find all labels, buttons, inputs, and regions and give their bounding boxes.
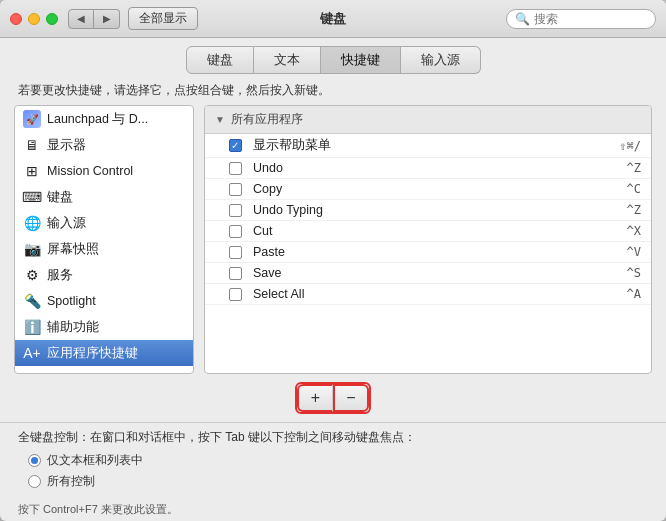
back-button[interactable]: ◀	[68, 9, 94, 29]
accessibility-icon: ℹ️	[23, 318, 41, 336]
tab-keyboard[interactable]: 键盘	[186, 46, 254, 74]
row-label-undo: Undo	[253, 161, 619, 175]
checkbox-cut-box[interactable]	[229, 225, 242, 238]
sidebar-item-service[interactable]: ⚙ 服务	[15, 262, 193, 288]
show-all-button[interactable]: 全部显示	[128, 7, 198, 30]
search-box: 🔍	[506, 9, 656, 29]
radio-item-text-lists[interactable]: 仅文本框和列表中	[28, 452, 648, 469]
row-label-show-help: 显示帮助菜单	[253, 137, 611, 154]
nav-buttons: ◀ ▶	[68, 9, 120, 29]
checkbox-copy[interactable]	[225, 183, 245, 196]
sidebar-item-inputsource[interactable]: 🌐 输入源	[15, 210, 193, 236]
close-button[interactable]	[10, 13, 22, 25]
checkbox-undo-typing-box[interactable]	[229, 204, 242, 217]
table-row: Cut ^X	[205, 221, 651, 242]
tab-text[interactable]: 文本	[254, 46, 321, 74]
sidebar-label-launchpad: Launchpad 与 D...	[47, 111, 148, 128]
sidebar-item-screenshot[interactable]: 📷 屏幕快照	[15, 236, 193, 262]
row-shortcut-select-all: ^A	[627, 287, 641, 301]
row-label-undo-typing: Undo Typing	[253, 203, 619, 217]
tab-input[interactable]: 输入源	[401, 46, 481, 74]
bottom-section-title: 全键盘控制：在窗口和对话框中，按下 Tab 键以下控制之间移动键盘焦点：	[18, 429, 648, 446]
radio-label-all-controls: 所有控制	[47, 473, 95, 490]
sidebar-label-spotlight: Spotlight	[47, 294, 96, 308]
right-panel-title: 所有应用程序	[231, 111, 303, 128]
radio-all-controls[interactable]	[28, 475, 41, 488]
sidebar-item-accessibility[interactable]: ℹ️ 辅助功能	[15, 314, 193, 340]
left-panel: 🚀 Launchpad 与 D... 🖥 显示器 ⊞ Mission Contr…	[14, 105, 194, 374]
radio-item-all-controls[interactable]: 所有控制	[28, 473, 648, 490]
right-panel-header: ▼ 所有应用程序	[205, 106, 651, 134]
checkbox-undo-typing[interactable]	[225, 204, 245, 217]
footer-note: 按下 Control+F7 来更改此设置。	[0, 498, 666, 521]
sidebar-label-screenshot: 屏幕快照	[47, 241, 99, 258]
row-shortcut-undo: ^Z	[627, 161, 641, 175]
forward-button[interactable]: ▶	[94, 9, 120, 29]
minimize-button[interactable]	[28, 13, 40, 25]
table-row: Undo ^Z	[205, 158, 651, 179]
checkbox-show-help[interactable]	[225, 139, 245, 152]
checkbox-paste-box[interactable]	[229, 246, 242, 259]
row-label-save: Save	[253, 266, 619, 280]
sidebar-label-mission: Mission Control	[47, 164, 133, 178]
table-row: Save ^S	[205, 263, 651, 284]
appshortcuts-icon: A+	[23, 344, 41, 362]
sidebar-label-keyboard: 键盘	[47, 189, 73, 206]
checkbox-select-all-box[interactable]	[229, 288, 242, 301]
row-label-paste: Paste	[253, 245, 619, 259]
sidebar-item-display[interactable]: 🖥 显示器	[15, 132, 193, 158]
row-label-copy: Copy	[253, 182, 619, 196]
triangle-icon: ▼	[215, 114, 225, 125]
sidebar-item-spotlight[interactable]: 🔦 Spotlight	[15, 288, 193, 314]
row-shortcut-show-help: ⇧⌘/	[619, 139, 641, 153]
checkbox-copy-box[interactable]	[229, 183, 242, 196]
row-label-select-all: Select All	[253, 287, 619, 301]
tab-shortcuts[interactable]: 快捷键	[321, 46, 401, 74]
maximize-button[interactable]	[46, 13, 58, 25]
checkbox-undo-box[interactable]	[229, 162, 242, 175]
sidebar-item-appshortcuts[interactable]: A+ 应用程序快捷键	[15, 340, 193, 366]
window-title: 键盘	[320, 10, 346, 28]
sidebar-item-mission[interactable]: ⊞ Mission Control	[15, 158, 193, 184]
radio-group: 仅文本框和列表中 所有控制	[28, 452, 648, 490]
sidebar-item-keyboard[interactable]: ⌨ 键盘	[15, 184, 193, 210]
launchpad-icon: 🚀	[23, 110, 41, 128]
checkbox-undo[interactable]	[225, 162, 245, 175]
checkbox-cut[interactable]	[225, 225, 245, 238]
sidebar-label-display: 显示器	[47, 137, 86, 154]
service-icon: ⚙	[23, 266, 41, 284]
spotlight-icon: 🔦	[23, 292, 41, 310]
inputsource-icon: 🌐	[23, 214, 41, 232]
search-input[interactable]	[534, 12, 647, 26]
radio-label-text-lists: 仅文本框和列表中	[47, 452, 143, 469]
checkbox-save-box[interactable]	[229, 267, 242, 280]
sidebar-label-appshortcuts: 应用程序快捷键	[47, 345, 138, 362]
tabs-bar: 键盘 文本 快捷键 输入源	[0, 38, 666, 74]
bottom-buttons: + −	[0, 374, 666, 422]
sidebar-item-launchpad[interactable]: 🚀 Launchpad 与 D...	[15, 106, 193, 132]
mission-icon: ⊞	[23, 162, 41, 180]
traffic-lights	[10, 13, 58, 25]
table-row: Undo Typing ^Z	[205, 200, 651, 221]
checkbox-show-help-box[interactable]	[229, 139, 242, 152]
row-shortcut-copy: ^C	[627, 182, 641, 196]
screenshot-icon: 📷	[23, 240, 41, 258]
sidebar-label-inputsource: 输入源	[47, 215, 86, 232]
display-icon: 🖥	[23, 136, 41, 154]
plus-minus-container: + −	[295, 382, 371, 414]
main-content: 🚀 Launchpad 与 D... 🖥 显示器 ⊞ Mission Contr…	[0, 105, 666, 374]
remove-shortcut-button[interactable]: −	[333, 384, 369, 412]
row-shortcut-save: ^S	[627, 266, 641, 280]
checkbox-paste[interactable]	[225, 246, 245, 259]
right-panel: ▼ 所有应用程序 显示帮助菜单 ⇧⌘/ Undo ^Z	[204, 105, 652, 374]
sidebar-label-service: 服务	[47, 267, 73, 284]
checkbox-save[interactable]	[225, 267, 245, 280]
instruction-text: 若要更改快捷键，请选择它，点按组合键，然后按入新键。	[0, 74, 666, 105]
row-shortcut-undo-typing: ^Z	[627, 203, 641, 217]
bottom-section: 全键盘控制：在窗口和对话框中，按下 Tab 键以下控制之间移动键盘焦点： 仅文本…	[0, 422, 666, 498]
radio-text-lists[interactable]	[28, 454, 41, 467]
add-shortcut-button[interactable]: +	[297, 384, 333, 412]
checkbox-select-all[interactable]	[225, 288, 245, 301]
table-row: Paste ^V	[205, 242, 651, 263]
sidebar-label-accessibility: 辅助功能	[47, 319, 99, 336]
